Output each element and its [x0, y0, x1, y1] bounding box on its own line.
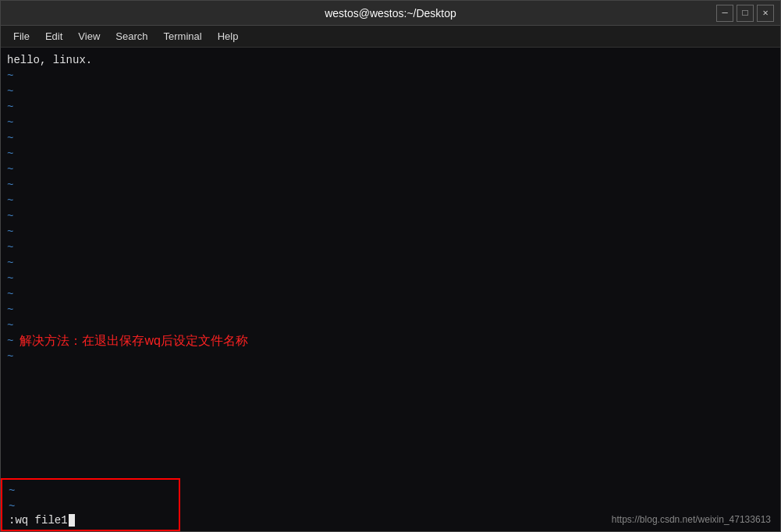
tilde-7: ~ — [7, 161, 774, 177]
menu-search[interactable]: Search — [109, 28, 154, 44]
tilde-16: ~ — [7, 302, 774, 317]
terminal-body[interactable]: hello, linux. ~ ~ ~ ~ ~ ~ ~ ~ ~ ~ ~ ~ ~ … — [1, 48, 780, 531]
tilde-9: ~ — [7, 193, 774, 208]
menu-bar: File Edit View Search Terminal Help — [1, 26, 780, 48]
tilde-8: ~ — [7, 177, 774, 193]
window-controls: — □ ✕ — [716, 5, 774, 22]
box-tilde-1: ~ — [9, 483, 172, 498]
menu-terminal[interactable]: Terminal — [158, 28, 208, 44]
tilde-4: ~ — [7, 115, 774, 130]
annotation-tilde: ~ — [7, 333, 13, 349]
menu-view[interactable]: View — [72, 28, 106, 44]
tilde-10: ~ — [7, 208, 774, 224]
lines-container: hello, linux. ~ ~ ~ ~ ~ ~ ~ ~ ~ ~ ~ ~ ~ … — [7, 52, 774, 527]
tilde-1: ~ — [7, 68, 774, 83]
watermark: https://blog.csdn.net/weixin_47133613 — [612, 514, 771, 525]
minimize-button[interactable]: — — [716, 5, 733, 22]
tilde-3: ~ — [7, 99, 774, 115]
annotation-text: 解决方法：在退出保存wq后设定文件名称 — [20, 333, 247, 349]
tilde-2: ~ — [7, 83, 774, 99]
title-bar: westos@westos:~/Desktop — □ ✕ — [1, 1, 780, 26]
box-tilde-2: ~ — [9, 498, 172, 514]
tilde-15: ~ — [7, 286, 774, 302]
window-title: westos@westos:~/Desktop — [325, 7, 456, 20]
menu-edit[interactable]: Edit — [39, 28, 69, 44]
menu-file[interactable]: File — [7, 28, 36, 44]
content-line: hello, linux. — [7, 52, 774, 68]
tilde-6: ~ — [7, 146, 774, 161]
cursor — [69, 514, 75, 527]
tilde-12: ~ — [7, 239, 774, 255]
tilde-13: ~ — [7, 255, 774, 271]
tilde-18: ~ — [7, 349, 774, 364]
terminal-window: westos@westos:~/Desktop — □ ✕ File Edit … — [0, 0, 781, 532]
command-line: :wq file1 — [9, 514, 172, 527]
highlighted-box: ~ ~ :wq file1 — [1, 478, 180, 531]
maximize-button[interactable]: □ — [737, 5, 754, 22]
tilde-17: ~ — [7, 317, 774, 333]
menu-help[interactable]: Help — [211, 28, 245, 44]
annotation-row: ~ 解决方法：在退出保存wq后设定文件名称 — [7, 333, 774, 349]
tilde-11: ~ — [7, 224, 774, 239]
tilde-5: ~ — [7, 130, 774, 146]
close-button[interactable]: ✕ — [757, 5, 774, 22]
tilde-14: ~ — [7, 271, 774, 286]
command-input-text: :wq file1 — [9, 514, 68, 527]
